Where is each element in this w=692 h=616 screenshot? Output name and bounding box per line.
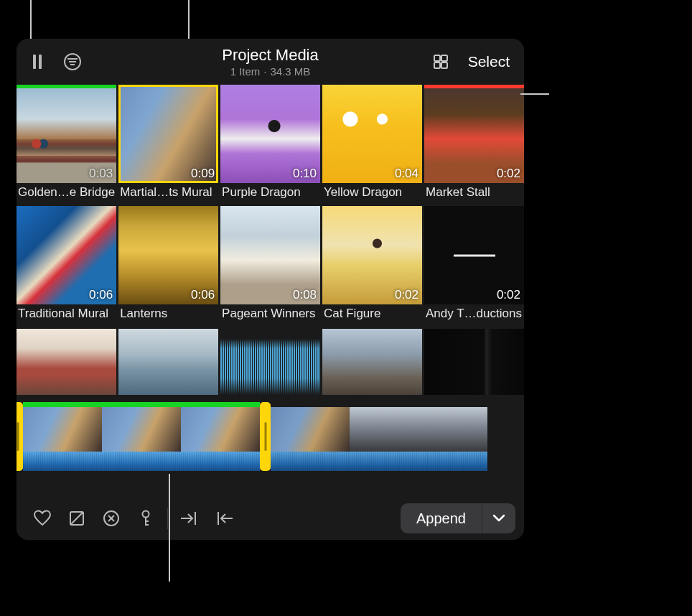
clip-duration: 0:02 (497, 288, 520, 302)
filmstrip-audio-waveform (23, 452, 102, 471)
svg-rect-5 (441, 55, 447, 61)
clip-thumbnail[interactable] (17, 329, 116, 395)
filmstrip-frame[interactable] (181, 407, 260, 452)
storage-size: 34.3 MB (270, 65, 310, 78)
clip-thumbnail[interactable] (322, 329, 422, 395)
filmstrip-selection[interactable] (17, 402, 271, 471)
clip-thumbnail[interactable]: 0:06 (17, 206, 116, 304)
pause-icon (33, 55, 43, 69)
svg-line-9 (70, 512, 83, 525)
mark-out-icon (214, 510, 234, 526)
grid-layout-icon (432, 53, 449, 70)
media-clip[interactable] (17, 329, 116, 395)
filter-button[interactable] (57, 46, 88, 78)
callout-line (169, 474, 170, 582)
clip-name: Yellow Dragon (322, 185, 422, 204)
media-clip[interactable]: 0:02Cat Figure (322, 206, 422, 325)
play-pause-button[interactable] (22, 46, 54, 78)
separator-dot: · (260, 65, 270, 78)
header-title-group: Project Media 1 Item·34.3 MB (222, 46, 319, 78)
selection-handle-left[interactable] (17, 402, 23, 471)
media-clip[interactable]: 0:04Yellow Dragon (322, 85, 422, 204)
media-clip[interactable]: 0:02Market Stall (424, 85, 524, 204)
clip-name: Lanterns (118, 307, 218, 325)
svg-rect-6 (434, 62, 440, 68)
clip-name: Golden…e Bridge (17, 185, 116, 204)
clip-duration: 0:10 (293, 167, 317, 181)
panel-subtitle: 1 Item·34.3 MB (230, 65, 311, 78)
clip-thumbnail[interactable]: 0:02 (424, 85, 524, 183)
svg-rect-7 (441, 62, 447, 68)
filter-icon (63, 52, 82, 71)
keyword-button[interactable] (128, 503, 163, 534)
clip-duration: 0:06 (89, 288, 113, 302)
circle-x-icon (103, 510, 120, 527)
filmstrip-frame[interactable] (102, 407, 181, 452)
favorite-marker (17, 85, 116, 88)
filmstrip-clips-rest (271, 402, 487, 471)
toolbar-divider (167, 508, 168, 529)
clip-thumbnail[interactable] (118, 329, 218, 395)
chevron-down-icon (492, 514, 505, 523)
favorite-button[interactable] (25, 503, 60, 534)
append-menu-button[interactable] (482, 503, 515, 533)
media-clip[interactable]: 0:08Pageant Winners (220, 206, 320, 325)
clip-name: Cat Figure (322, 307, 422, 325)
heart-icon (33, 510, 52, 527)
project-media-browser: Project Media 1 Item·34.3 MB Select 0:03… (17, 39, 524, 540)
clip-duration: 0:09 (191, 167, 215, 181)
clip-name: Martial…ts Mural (118, 185, 218, 204)
clip-thumbnail[interactable]: 0:02 (322, 206, 422, 304)
layout-button[interactable] (425, 46, 457, 78)
media-clip[interactable] (424, 329, 524, 395)
clip-thumbnail[interactable]: 0:06 (118, 206, 218, 304)
media-clip[interactable]: 0:09Martial…ts Mural (118, 85, 218, 204)
clip-duration: 0:04 (395, 167, 419, 181)
media-clip[interactable] (322, 329, 422, 395)
clip-name: Andy T…ductions (424, 307, 524, 325)
clip-thumbnail[interactable]: 0:04 (322, 85, 422, 183)
media-clip[interactable]: 0:06Traditional Mural (17, 206, 116, 325)
filmstrip (17, 402, 524, 471)
media-clip[interactable]: 0:03Golden…e Bridge (17, 85, 116, 204)
filmstrip-frame[interactable] (23, 407, 102, 452)
key-icon (138, 510, 154, 527)
clip-duration: 0:02 (395, 288, 419, 302)
select-button[interactable]: Select (462, 49, 515, 75)
clip-thumbnail[interactable]: 0:09 (118, 85, 218, 183)
mark-in-button[interactable] (172, 503, 207, 534)
append-button-group: Append (401, 503, 515, 533)
filmstrip-frame[interactable] (350, 407, 429, 452)
clear-rating-button[interactable] (94, 503, 128, 534)
svg-point-13 (143, 511, 149, 518)
clip-thumbnail[interactable]: 0:03 (17, 85, 116, 183)
append-button[interactable]: Append (401, 503, 482, 533)
mark-out-button[interactable] (207, 503, 241, 534)
reject-button[interactable] (60, 503, 94, 534)
clip-name: Purple Dragon (220, 185, 320, 204)
filmstrip-favorite-marker (23, 402, 102, 407)
media-clip[interactable]: 0:02Andy T…ductions (424, 206, 524, 325)
filmstrip-frame[interactable] (271, 407, 350, 452)
panel-title: Project Media (222, 46, 319, 64)
clip-duration: 0:08 (293, 288, 317, 302)
clip-thumbnail[interactable] (424, 329, 524, 395)
item-count: 1 Item (230, 65, 261, 78)
media-clip[interactable]: 0:10Purple Dragon (220, 85, 320, 204)
clip-thumbnail[interactable]: 0:10 (220, 85, 320, 183)
media-clip[interactable] (118, 329, 218, 395)
clip-duration: 0:02 (497, 167, 520, 181)
media-clip[interactable] (220, 329, 320, 395)
mark-in-icon (179, 510, 200, 526)
clip-thumbnail[interactable]: 0:02 (424, 206, 524, 304)
clip-thumbnail[interactable] (220, 329, 320, 395)
media-grid-overflow-row (17, 329, 524, 395)
selection-handle-right[interactable] (260, 402, 271, 471)
clip-name: Market Stall (424, 185, 524, 204)
svg-rect-4 (434, 55, 440, 61)
media-clip[interactable]: 0:06Lanterns (118, 206, 218, 325)
clip-thumbnail[interactable]: 0:08 (220, 206, 320, 304)
clip-duration: 0:03 (89, 167, 113, 181)
filmstrip-frame[interactable] (429, 407, 487, 452)
clip-name: Pageant Winners (220, 307, 320, 325)
